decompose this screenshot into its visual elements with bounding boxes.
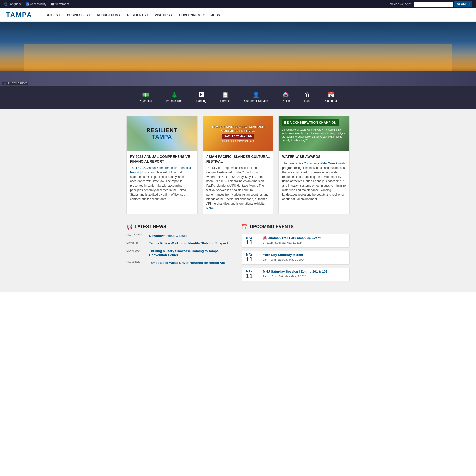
chevron-down-icon: ▾ (171, 14, 172, 16)
news-card-body-resilient: FY 2023 ANNUAL COMPREHENSIVE FINANCIAL R… (127, 151, 197, 205)
chevron-down-icon: ▾ (119, 14, 120, 16)
resilient-text: RESILIENT TAMPA (147, 127, 177, 140)
megaphone-icon: 📢 (126, 224, 133, 230)
main-content: RESILIENT TAMPA FY 2023 ANNUAL COMPREHEN… (0, 109, 476, 292)
quick-link-parking[interactable]: 🅿 Parking (189, 90, 213, 105)
news-card-title-festival: ASIAN PACIFIC ISLANDER CULTURAL FESTIVAL (206, 154, 270, 163)
event-emoji: 🌺 (263, 236, 267, 240)
festival-date-badge: SATURDAY MAY 11th (222, 134, 254, 139)
news-link-solid-waste[interactable]: Tampa Solid Waste Driver Honored for Her… (149, 261, 225, 265)
event-link-mnu[interactable]: MNU Saturday Session | Zoning 101 & 102 (263, 270, 327, 274)
trash-icon: 🗑 (305, 92, 310, 98)
list-item: May 8 2024 Tampa Police Working to Ident… (126, 241, 234, 246)
card-image-conservation: BE A CONSERVATION CHAMPION Do you have a… (279, 116, 349, 151)
nav-list: GUIDES ▾ BUSINESSES ▾ RECREATION ▾ RESID… (42, 11, 223, 19)
news-list: May 10 2024 Downtown Road Closure May 8 … (126, 234, 234, 265)
event-info: Ybor City Saturday Market 9am - 1pm, Sat… (260, 251, 307, 264)
nav-link-recreation[interactable]: RECREATION ▾ (93, 11, 124, 19)
festival-title: TAMPA ASIAN PACIFIC ISLANDER CULTURAL FE… (205, 125, 271, 133)
news-card-resilient: RESILIENT TAMPA FY 2023 ANNUAL COMPREHEN… (126, 116, 198, 214)
event-date-box: May 11 (242, 251, 257, 264)
quick-link-trash[interactable]: 🗑 Trash (297, 90, 318, 105)
event-info: MNU Saturday Session | Zoning 101 & 102 … (260, 268, 330, 281)
news-card-conservation: BE A CONSERVATION CHAMPION Do you have a… (278, 116, 350, 214)
water-wise-link[interactable]: Tampa Bay Community Water Wise Awards (288, 162, 345, 165)
nav-link-visitors[interactable]: VISITORS ▾ (151, 11, 175, 19)
event-day: 11 (246, 239, 253, 245)
calendar-icon: 📅 (328, 92, 334, 98)
quick-link-customer-service[interactable]: 👤 Customer Service (237, 90, 275, 105)
news-link-military[interactable]: Thrilling Military Showcase Coming to Ta… (149, 249, 234, 258)
newsroom-link[interactable]: 📰 Newsroom (50, 2, 69, 6)
chevron-down-icon: ▾ (147, 14, 148, 16)
police-icon: 🚔 (282, 92, 289, 98)
nav-link-jobs[interactable]: JOBS (208, 11, 223, 19)
search-input[interactable] (414, 2, 453, 7)
quick-link-label-payments: Payments (139, 99, 152, 103)
nav-item-recreation[interactable]: RECREATION ▾ (93, 11, 124, 19)
nav-link-businesses[interactable]: BUSINESSES ▾ (63, 11, 93, 19)
festival-more-link[interactable]: More... (206, 206, 215, 210)
quick-link-label-trash: Trash (304, 99, 311, 103)
accessibility-link[interactable]: ♿ Accessibility (26, 2, 46, 6)
nav-link-government[interactable]: GOVERNMENT ▾ (176, 11, 208, 19)
nav-item-residents[interactable]: RESIDENTS ▾ (124, 11, 151, 19)
language-link[interactable]: 🌐 Language (4, 2, 22, 6)
upcoming-events-header: 📅 UPCOMING EVENTS (242, 224, 350, 230)
quick-link-police[interactable]: 🚔 Police (275, 90, 297, 105)
chevron-down-icon: ▾ (203, 14, 204, 16)
latest-news-header: 📢 LATEST NEWS (126, 224, 234, 230)
photo-credit[interactable]: 📷 PHOTO CREDIT (2, 82, 28, 85)
nav-item-jobs[interactable]: JOBS (208, 11, 223, 19)
event-time: 9am - 12pm, Saturday May 11 2024 (263, 275, 327, 278)
customer-service-icon: 👤 (253, 92, 259, 98)
quick-link-label-parking: Parking (196, 99, 207, 103)
fy2023-report-link[interactable]: FY2023 Annual Comprehensive Financial Re… (130, 166, 191, 174)
event-date-box: May 11 (242, 234, 257, 247)
event-info: 🌺Takomah Trail Park Clean-up Event! 9 - … (260, 234, 324, 247)
list-item: May 6 2024 Tampa Solid Waste Driver Hono… (126, 261, 234, 265)
chevron-down-icon: ▾ (89, 14, 90, 16)
parking-icon: 🅿 (199, 92, 204, 98)
upcoming-events-section: 📅 UPCOMING EVENTS May 11 🌺Takomah Trail … (242, 224, 350, 284)
nav-link-guides[interactable]: GUIDES ▾ (42, 11, 63, 19)
card-image-resilient: RESILIENT TAMPA (127, 116, 197, 151)
event-time: 9 - 11am, Saturday May 11 2024 (263, 241, 322, 244)
quick-link-parks-rec[interactable]: 🌲 Parks & Rec (159, 90, 189, 105)
nav-item-businesses[interactable]: BUSINESSES ▾ (63, 11, 93, 19)
card-image-festival: TAMPA ASIAN PACIFIC ISLANDER CULTURAL FE… (203, 116, 273, 151)
quick-links-bar: 💵 Payments 🌲 Parks & Rec 🅿 Parking 📋 Per… (0, 86, 476, 109)
quick-link-permits[interactable]: 📋 Permits (213, 90, 238, 105)
search-button[interactable]: SEARCH (454, 1, 472, 7)
news-card-body-festival: ASIAN PACIFIC ISLANDER CULTURAL FESTIVAL… (203, 151, 273, 213)
nav-item-government[interactable]: GOVERNMENT ▾ (176, 11, 208, 19)
news-date: May 6 2024 (126, 249, 146, 252)
news-link-road-closure[interactable]: Downtown Road Closure (149, 234, 187, 238)
nav-link-residents[interactable]: RESIDENTS ▾ (124, 11, 151, 19)
quick-link-payments[interactable]: 💵 Payments (132, 90, 159, 105)
event-link-ybor[interactable]: Ybor City Saturday Market (263, 253, 305, 257)
quick-link-calendar[interactable]: 📅 Calendar (318, 90, 344, 105)
calendar-icon: 📅 (242, 224, 248, 230)
top-bar: 🌐 Language ♿ Accessibility 📰 Newsroom Ho… (0, 0, 476, 8)
nav-item-visitors[interactable]: VISITORS ▾ (151, 11, 175, 19)
news-card-text-conservation: The Tampa Bay Community Water Wise Award… (282, 161, 346, 201)
nav-item-guides[interactable]: GUIDES ▾ (42, 11, 63, 19)
news-link-stabbing[interactable]: Tampa Police Working to Identify Stabbin… (149, 241, 228, 246)
news-cards: RESILIENT TAMPA FY 2023 ANNUAL COMPREHEN… (126, 116, 350, 214)
news-card-text-resilient: The FY2023 Annual Comprehensive Financia… (130, 166, 194, 201)
list-item: May 11 MNU Saturday Session | Zoning 101… (242, 268, 350, 281)
resilient-line2: TAMPA (147, 134, 177, 140)
search-box: SEARCH (414, 1, 472, 7)
event-day: 11 (246, 256, 253, 262)
list-item: May 6 2024 Thrilling Military Showcase C… (126, 249, 234, 258)
news-card-title-conservation: WATER WISE AWARDS (282, 154, 346, 159)
chevron-down-icon: ▾ (59, 14, 60, 16)
quick-link-label-customer-service: Customer Service (244, 99, 268, 103)
quick-link-label-calendar: Calendar (325, 99, 337, 103)
list-item: May 10 2024 Downtown Road Closure (126, 234, 234, 238)
event-date-box: May 11 (242, 268, 257, 281)
upcoming-events-title: UPCOMING EVENTS (250, 224, 294, 229)
event-link-takomah[interactable]: 🌺Takomah Trail Park Clean-up Event! (263, 236, 322, 240)
site-logo[interactable]: TAMPA (6, 11, 32, 19)
